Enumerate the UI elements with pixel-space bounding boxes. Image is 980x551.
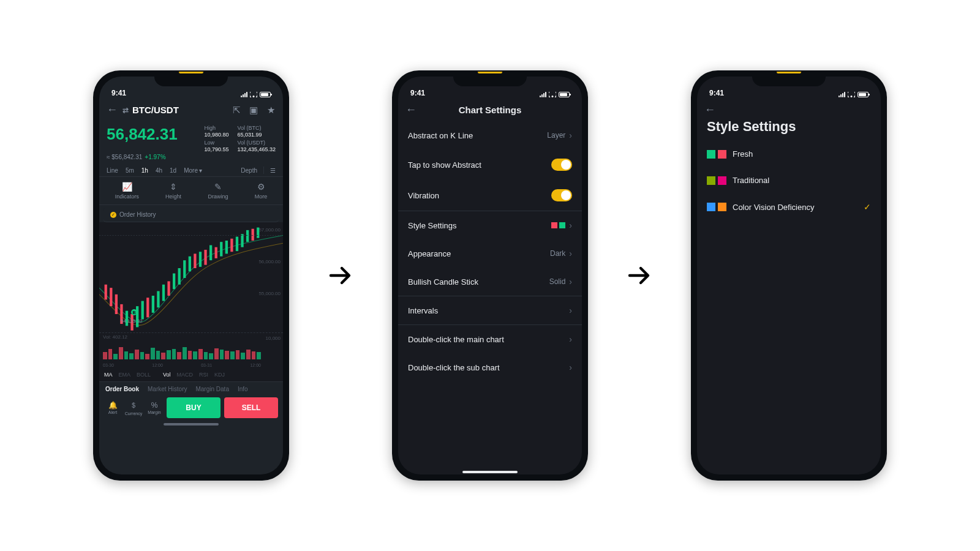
status-icons bbox=[540, 92, 570, 97]
star-icon[interactable]: ★ bbox=[266, 105, 276, 115]
ind-boll[interactable]: BOLL bbox=[137, 372, 151, 378]
earpiece bbox=[478, 70, 502, 73]
ind-ema[interactable]: EMA bbox=[119, 372, 131, 378]
stat-high-label: High bbox=[204, 125, 228, 131]
trading-screen: 9:41 ← ⇄ BTC/USDT ⇱ ▣ ★ 56,842.31 bbox=[99, 77, 283, 474]
row-bullish-candle[interactable]: Bullish Candle Stick Solid› bbox=[398, 268, 582, 296]
tf-depth[interactable]: Depth bbox=[241, 167, 257, 174]
mini-stats: High 10,980.80 Low 10,790.55 Vol (BTC) 6… bbox=[204, 125, 276, 152]
tf-4h[interactable]: 4h bbox=[156, 167, 162, 174]
tool-height[interactable]: ⇕Height bbox=[165, 182, 181, 200]
swatches-traditional bbox=[707, 176, 726, 185]
tool-more[interactable]: ⚙More bbox=[255, 182, 268, 200]
toggle-vibration[interactable] bbox=[551, 189, 572, 201]
buy-button[interactable]: BUY bbox=[167, 397, 221, 418]
order-history-label: Order History bbox=[119, 211, 156, 218]
percent-icon: % bbox=[151, 401, 158, 410]
height-icon: ⇕ bbox=[170, 182, 177, 192]
ind-kdj[interactable]: KDJ bbox=[214, 372, 225, 378]
stat-low-val: 10,790.55 bbox=[204, 146, 228, 152]
tool-indicators[interactable]: 📈Indicators bbox=[115, 182, 139, 200]
mini-margin[interactable]: %Margin bbox=[146, 401, 163, 414]
mini-alert[interactable]: 🔔Alert bbox=[104, 401, 121, 414]
row-intervals[interactable]: Intervals › bbox=[398, 296, 582, 324]
check-icon: ✓ bbox=[864, 202, 871, 212]
ind-macd[interactable]: MACD bbox=[177, 372, 194, 378]
earpiece bbox=[777, 70, 801, 73]
indicator-row: MA EMA BOLL Vol MACD RSI KDJ bbox=[99, 368, 283, 381]
chevron-down-icon: ▾ bbox=[199, 167, 202, 174]
row-value: Layer bbox=[547, 131, 565, 140]
wifi-icon bbox=[250, 92, 257, 97]
swatch bbox=[718, 150, 726, 159]
tab-orderbook[interactable]: Order Book bbox=[105, 386, 139, 392]
option-label: Color Vision Deficiency bbox=[733, 203, 814, 212]
tf-more[interactable]: More▾ bbox=[184, 167, 202, 174]
tf-line[interactable]: Line bbox=[107, 167, 118, 174]
tf-1d[interactable]: 1d bbox=[170, 167, 176, 174]
row-abstract-kline[interactable]: Abstract on K Line Layer› bbox=[398, 121, 582, 149]
status-time: 9:41 bbox=[111, 89, 126, 97]
row-doubleclick-sub[interactable]: Double-click the sub chart › bbox=[398, 353, 582, 381]
row-style-settings[interactable]: Style Settings › bbox=[398, 211, 582, 239]
tool-drawing[interactable]: ✎Drawing bbox=[208, 182, 228, 200]
tools-row: 📈Indicators ⇕Height ✎Drawing ⚙More bbox=[99, 177, 283, 205]
ind-vol[interactable]: Vol bbox=[163, 372, 171, 378]
row-label: Vibration bbox=[408, 191, 439, 200]
status-bar: 9:41 bbox=[398, 77, 582, 99]
tf-1h[interactable]: 1h bbox=[141, 167, 148, 174]
status-icons bbox=[241, 92, 271, 97]
back-icon[interactable]: ← bbox=[704, 103, 715, 116]
volume-chart[interactable]: Vol: 402.12 10,000 03-30 12:00 03-31 12:… bbox=[99, 332, 283, 368]
row-label: Appearance bbox=[408, 249, 451, 258]
pair-title[interactable]: ⇄ BTC/USDT bbox=[123, 105, 227, 115]
chevron-right-icon: › bbox=[569, 249, 572, 258]
tab-markethistory[interactable]: Market History bbox=[148, 386, 187, 392]
mini-currency[interactable]: ＄Currency bbox=[125, 400, 142, 416]
row-tap-abstract[interactable]: Tap to show Abstract bbox=[398, 149, 582, 180]
battery-icon bbox=[559, 92, 570, 97]
toggle-tap-abstract[interactable] bbox=[551, 159, 572, 171]
layers-icon[interactable]: ▣ bbox=[249, 105, 258, 115]
row-vibration[interactable]: Vibration bbox=[398, 180, 582, 211]
home-indicator[interactable] bbox=[462, 471, 518, 473]
stat-volbtc-val: 65,031.99 bbox=[237, 132, 276, 138]
candlestick-chart[interactable]: 57,000.00 56,000.00 55,000.00 bbox=[99, 222, 283, 332]
x-label: 03-30 bbox=[103, 363, 114, 367]
status-time: 9:41 bbox=[709, 89, 724, 97]
swatch bbox=[718, 176, 726, 185]
option-label: Fresh bbox=[733, 149, 753, 159]
indicators-icon: 📈 bbox=[122, 182, 132, 192]
bottom-tabs: Order Book Market History Margin Data In… bbox=[99, 381, 283, 394]
swatch-green bbox=[559, 222, 565, 228]
tab-margindata[interactable]: Margin Data bbox=[195, 386, 228, 392]
drawing-icon: ✎ bbox=[214, 182, 222, 192]
style-option-cvd[interactable]: Color Vision Deficiency ✓ bbox=[697, 193, 881, 220]
row-label: Style Settings bbox=[408, 221, 457, 230]
row-appearance[interactable]: Appearance Dark› bbox=[398, 239, 582, 268]
home-indicator[interactable] bbox=[164, 423, 219, 425]
share-icon[interactable]: ⇱ bbox=[232, 105, 241, 115]
header: ← ⇄ BTC/USDT ⇱ ▣ ★ bbox=[99, 99, 283, 121]
ind-rsi[interactable]: RSI bbox=[199, 372, 208, 378]
back-icon[interactable]: ← bbox=[405, 103, 417, 116]
ind-ma[interactable]: MA bbox=[104, 372, 113, 378]
phone-1-trading: 9:41 ← ⇄ BTC/USDT ⇱ ▣ ★ 56,842.31 bbox=[93, 70, 289, 481]
vol-label: Vol: 402.12 bbox=[103, 334, 127, 340]
header-actions: ⇱ ▣ ★ bbox=[232, 105, 276, 115]
sell-button[interactable]: SELL bbox=[224, 397, 278, 418]
status-time: 9:41 bbox=[410, 89, 425, 97]
tab-info[interactable]: Info bbox=[238, 386, 248, 392]
phone-2-chart-settings: 9:41 ← Chart Settings Abstract on K Line… bbox=[392, 70, 588, 481]
tf-5m[interactable]: 5m bbox=[126, 167, 134, 174]
back-icon[interactable]: ← bbox=[107, 103, 118, 116]
style-option-traditional[interactable]: Traditional bbox=[697, 167, 881, 193]
row-value: Dark bbox=[550, 249, 565, 258]
settings-icon[interactable]: ☰ bbox=[270, 167, 276, 174]
style-option-fresh[interactable]: Fresh bbox=[697, 141, 881, 167]
sub-price: ≈ $56,842.31 +1.97% bbox=[99, 154, 283, 164]
marker-b: B bbox=[131, 309, 137, 315]
order-history-banner[interactable]: ✓ Order History bbox=[103, 208, 279, 222]
row-doubleclick-main[interactable]: Double-click the main chart › bbox=[398, 325, 582, 353]
phone-3-style-settings: 9:41 ← Style Settings Fresh Traditional bbox=[691, 70, 887, 481]
